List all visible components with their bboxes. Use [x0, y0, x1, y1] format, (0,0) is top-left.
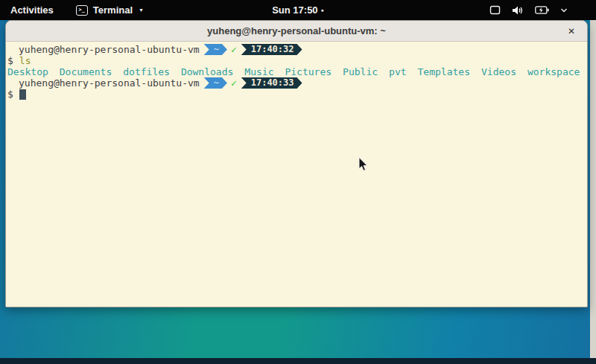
status-check-icon: ✓: [231, 44, 237, 55]
directory-entry: workspace: [527, 66, 580, 77]
directory-entry: Desktop: [7, 66, 48, 77]
terminal-icon: >_: [76, 5, 88, 16]
app-menu-terminal[interactable]: >_ Terminal ▼: [76, 4, 144, 16]
app-menu-label: Terminal: [93, 4, 133, 16]
top-bar: Activities >_ Terminal ▼ Sun 17:50 ●: [0, 0, 596, 20]
prompt-cwd: ~: [214, 44, 219, 55]
prompt-cwd-segment: ~: [204, 44, 227, 55]
window-titlebar[interactable]: yuheng@henry-personal-ubuntu-vm: ~ ✕: [6, 21, 587, 42]
background-window-edge: [590, 20, 596, 359]
volume-icon: [512, 5, 524, 16]
directory-entry: Music: [244, 66, 273, 77]
input-line: $: [7, 89, 586, 100]
directory-entry: Downloads: [181, 66, 233, 77]
notification-dot-icon: ●: [321, 7, 324, 13]
prompt-time: 17:40:32: [251, 44, 294, 55]
prompt-line: yuheng@henry-personal-ubuntu-vm ~ ✓ 17:4…: [7, 77, 586, 89]
directory-entry: pvt: [389, 66, 406, 77]
prompt-symbol: $: [7, 55, 13, 66]
clock-label: Sun 17:50: [272, 4, 317, 16]
prompt-cwd: ~: [214, 77, 219, 89]
terminal-cursor: [19, 89, 26, 100]
display-icon: [489, 5, 501, 15]
prompt-user-host: yuheng@henry-personal-ubuntu-vm: [19, 44, 200, 55]
system-tray[interactable]: [489, 0, 568, 20]
terminal-window: yuheng@henry-personal-ubuntu-vm: ~ ✕ yuh…: [5, 20, 588, 307]
close-button[interactable]: ✕: [562, 21, 580, 42]
window-title: yuheng@henry-personal-ubuntu-vm: ~: [207, 25, 386, 36]
command-text: ls: [19, 55, 31, 66]
ls-output-line: Desktop Documents dotfiles Downloads Mus…: [7, 66, 586, 77]
prompt-line: yuheng@henry-personal-ubuntu-vm ~ ✓ 17:4…: [7, 44, 586, 55]
prompt-time-segment: 17:40:33: [241, 77, 302, 89]
battery-icon: [535, 6, 549, 14]
directory-entry: Templates: [418, 66, 470, 77]
directory-entry: Videos: [481, 66, 516, 77]
prompt-cwd-segment: ~: [204, 77, 227, 89]
directory-entry: Documents: [60, 66, 112, 77]
prompt-user-host: yuheng@henry-personal-ubuntu-vm: [19, 77, 200, 89]
activities-button[interactable]: Activities: [7, 4, 57, 16]
chevron-down-icon: [560, 8, 568, 13]
command-line: $ ls: [7, 55, 586, 66]
clock-button[interactable]: Sun 17:50 ●: [272, 0, 324, 20]
directory-entry: dotfiles: [123, 66, 170, 77]
prompt-time: 17:40:33: [251, 77, 294, 89]
directory-entry: Pictures: [285, 66, 332, 77]
directory-entry: Public: [343, 66, 378, 77]
desktop-bottom-shade: [0, 358, 596, 364]
prompt-time-segment: 17:40:32: [241, 44, 302, 55]
chevron-down-icon: ▼: [139, 7, 144, 13]
terminal-content[interactable]: yuheng@henry-personal-ubuntu-vm ~ ✓ 17:4…: [6, 42, 587, 307]
status-check-icon: ✓: [231, 77, 237, 89]
prompt-symbol: $: [7, 89, 13, 100]
mouse-cursor-icon: [358, 157, 368, 175]
